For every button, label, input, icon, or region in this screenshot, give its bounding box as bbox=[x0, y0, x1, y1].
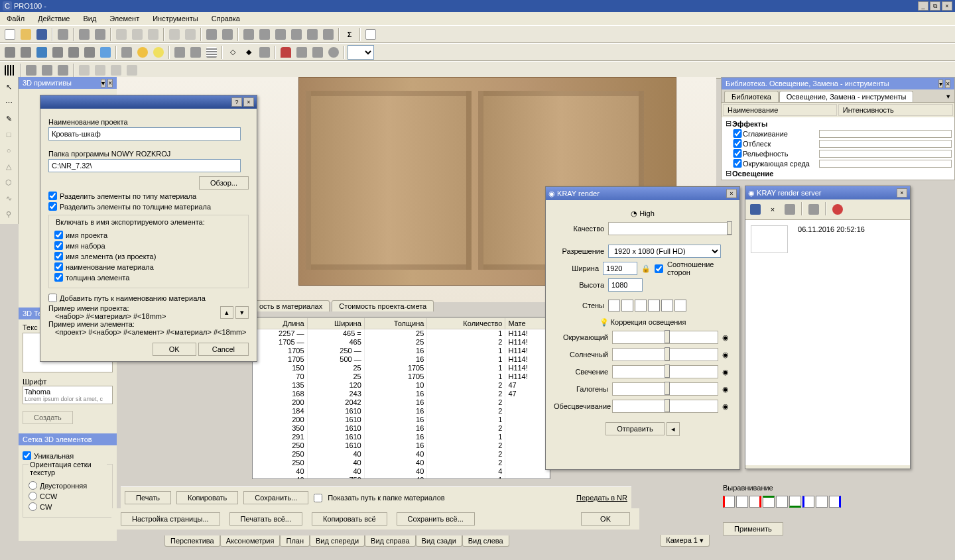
tab-library[interactable]: Библиотека bbox=[724, 91, 779, 102]
tb3-1[interactable] bbox=[24, 63, 38, 78]
slider-relief[interactable] bbox=[819, 150, 952, 158]
lt-2[interactable]: □ bbox=[1, 127, 16, 142]
btn-save-all[interactable]: Сохранить всё... bbox=[397, 512, 475, 526]
slider-quality[interactable] bbox=[608, 222, 732, 235]
align-center-v[interactable] bbox=[776, 496, 788, 508]
menu-tools[interactable]: Инструменты bbox=[149, 13, 202, 24]
btn-ok[interactable]: OK bbox=[153, 343, 196, 356]
tb3-3[interactable] bbox=[56, 63, 70, 78]
tb3-grid[interactable] bbox=[3, 63, 17, 78]
ks-view[interactable] bbox=[806, 202, 821, 217]
tb-misc4[interactable] bbox=[257, 27, 272, 42]
input-height[interactable] bbox=[608, 278, 643, 292]
menu-element[interactable]: Элемент bbox=[105, 13, 143, 24]
group-effects[interactable]: Эффекты bbox=[732, 120, 767, 128]
table-row[interactable]: 2002042162 bbox=[253, 398, 550, 407]
close-button[interactable]: × bbox=[942, 1, 952, 11]
slider-glow[interactable] bbox=[612, 365, 718, 378]
ks-save[interactable] bbox=[748, 202, 763, 217]
btn-copy[interactable]: Копировать bbox=[176, 491, 238, 504]
table-row[interactable]: 2911610161 bbox=[253, 433, 550, 441]
lt-1[interactable]: ⋯ bbox=[1, 95, 16, 110]
create-button[interactable]: Создать bbox=[23, 411, 73, 424]
tb2-light[interactable] bbox=[135, 45, 150, 60]
tb2-10[interactable] bbox=[188, 45, 203, 60]
table-row[interactable]: 13512010247 bbox=[253, 381, 550, 390]
chk-aspect[interactable] bbox=[655, 264, 663, 273]
chk-inc-set[interactable] bbox=[54, 241, 63, 250]
rp-close[interactable]: × bbox=[945, 80, 950, 88]
tb3-6[interactable] bbox=[109, 63, 123, 78]
restore-button[interactable]: ⧉ bbox=[930, 1, 940, 11]
link-send-nr[interactable]: Передать в NR bbox=[576, 494, 627, 502]
group-lighting[interactable]: Освещение bbox=[732, 170, 773, 178]
table-row[interactable]: 4040404 bbox=[253, 467, 550, 476]
kray-close[interactable]: × bbox=[726, 189, 737, 198]
menu-action[interactable]: Действие bbox=[34, 13, 74, 24]
lt-5[interactable]: ⬡ bbox=[1, 175, 16, 190]
align-back[interactable] bbox=[829, 496, 841, 508]
tb-misc2[interactable] bbox=[220, 27, 235, 42]
tb2-2[interactable] bbox=[19, 45, 33, 60]
wall-5[interactable] bbox=[661, 300, 673, 311]
slider-desat[interactable] bbox=[612, 400, 718, 413]
table-row[interactable]: 1705500 —161H114! bbox=[253, 355, 550, 364]
slider-smooth[interactable] bbox=[819, 130, 952, 138]
chk-inc-project[interactable] bbox=[54, 231, 63, 239]
tab-lighting[interactable]: Освещение, Замена - инструменты bbox=[779, 91, 914, 102]
align-bottom[interactable] bbox=[789, 496, 801, 508]
wall-4[interactable] bbox=[648, 300, 660, 311]
align-center-h[interactable] bbox=[736, 496, 748, 508]
ks-copy[interactable] bbox=[783, 202, 797, 217]
tb-preview[interactable] bbox=[93, 27, 107, 42]
radio-ccw[interactable] bbox=[29, 492, 37, 500]
btn-page-setup[interactable]: Настройка страницы... bbox=[121, 512, 220, 526]
vtab-perspective[interactable]: Перспектива bbox=[164, 535, 220, 547]
table-row[interactable]: 1841610162 bbox=[253, 407, 550, 416]
tb2-13[interactable] bbox=[310, 45, 325, 60]
chk-split-thickness[interactable] bbox=[48, 202, 57, 211]
chk-show-path[interactable] bbox=[314, 494, 322, 502]
vtab-back[interactable]: Вид сзади bbox=[416, 535, 462, 547]
tb2-5[interactable] bbox=[66, 45, 81, 60]
btn-down[interactable]: ▾ bbox=[235, 306, 249, 319]
tb-redo[interactable] bbox=[183, 27, 198, 42]
tab-materials[interactable]: ость в материалах bbox=[252, 300, 330, 311]
vtab-axo[interactable]: Аксонометрия bbox=[220, 535, 281, 547]
tb2-bulb[interactable] bbox=[151, 45, 166, 60]
tb3-2[interactable] bbox=[40, 63, 54, 78]
chk-unique[interactable] bbox=[23, 451, 31, 460]
vtab-right[interactable]: Вид справа bbox=[365, 535, 416, 547]
tb2-1[interactable] bbox=[3, 45, 17, 60]
tb2-7[interactable] bbox=[98, 45, 113, 60]
table-row[interactable]: 1502517051H114! bbox=[253, 364, 550, 372]
ks-stop[interactable] bbox=[830, 202, 845, 217]
tb3-5[interactable] bbox=[93, 63, 107, 78]
vtab-plan[interactable]: План bbox=[280, 535, 310, 547]
tb3-7[interactable] bbox=[125, 63, 139, 78]
slider-env[interactable] bbox=[819, 160, 952, 168]
tb2-diamond2[interactable]: ◆ bbox=[241, 45, 256, 60]
panel-close[interactable]: × bbox=[107, 79, 113, 87]
camera-indicator[interactable]: Камера 1 ▾ bbox=[660, 535, 710, 547]
chk-smooth[interactable] bbox=[732, 129, 743, 138]
data-table[interactable]: Длина Ширина Толщина Количество Мате 225… bbox=[252, 317, 550, 479]
tb-mail[interactable] bbox=[363, 27, 378, 42]
tb2-12[interactable] bbox=[294, 45, 309, 60]
lt-3[interactable]: ○ bbox=[1, 143, 16, 158]
btn-send[interactable]: Отправить bbox=[605, 422, 665, 435]
btn-browse[interactable]: Обзор... bbox=[199, 176, 249, 190]
select-resolution[interactable]: 1920 x 1080 (Full HD) bbox=[608, 245, 721, 258]
slider-sun[interactable] bbox=[612, 348, 718, 361]
lt-4[interactable]: △ bbox=[1, 159, 16, 174]
table-row[interactable]: 1705 —465252H114! bbox=[253, 338, 550, 347]
btn-print-all[interactable]: Печатать всё... bbox=[229, 512, 302, 526]
chk-inc-elem[interactable] bbox=[54, 252, 63, 260]
wall-2[interactable] bbox=[621, 300, 633, 311]
wall-1[interactable] bbox=[608, 300, 620, 311]
wall-6[interactable] bbox=[674, 300, 686, 311]
minimize-button[interactable]: _ bbox=[918, 1, 928, 11]
tb-new[interactable] bbox=[3, 27, 17, 42]
table-row[interactable]: 2257 —465 =251H114! bbox=[253, 329, 550, 339]
menu-file[interactable]: Файл bbox=[3, 13, 29, 24]
